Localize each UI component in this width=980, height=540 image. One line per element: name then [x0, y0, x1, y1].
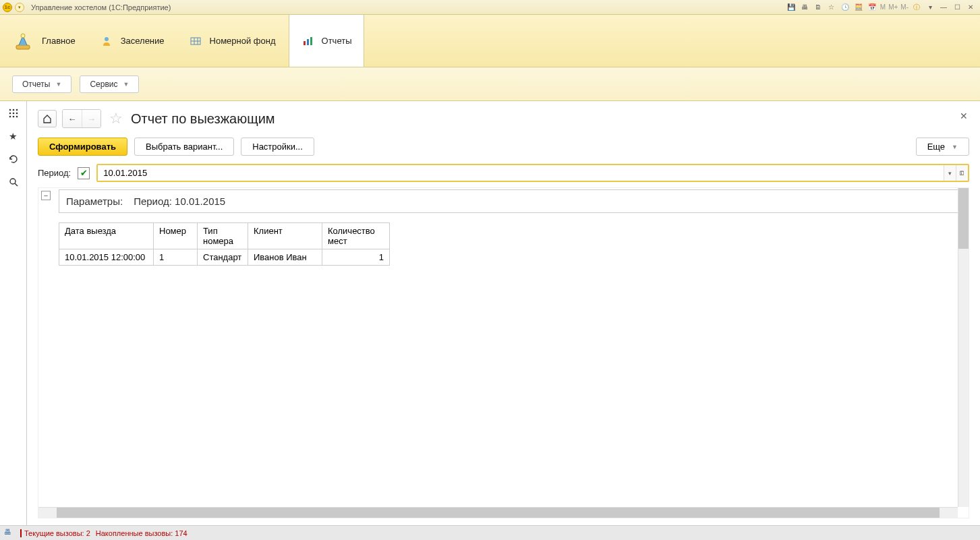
nav-label: Главное — [42, 36, 76, 46]
cell-type: Стандарт — [198, 249, 248, 266]
col-room-type: Тип номера — [198, 223, 248, 249]
col-number: Номер — [154, 223, 198, 249]
period-label: Период: — [38, 168, 71, 178]
memory-mplus-label: M+ — [887, 3, 899, 11]
cell-client: Иванов Иван — [248, 249, 322, 266]
close-page-icon[interactable]: ✕ — [960, 111, 968, 121]
collapse-handle-icon[interactable]: − — [41, 191, 51, 200]
svg-point-16 — [9, 116, 11, 118]
cell-places: 1 — [322, 249, 390, 266]
reports-dropdown-button[interactable]: Отчеты ▼ — [12, 76, 71, 93]
nav-item-checkin[interactable]: Заселение — [88, 15, 177, 67]
period-input[interactable] — [98, 165, 944, 181]
report-params-box: Параметры: Период: 10.01.2015 — [59, 189, 967, 213]
nav-label: Номерной фонд — [210, 36, 276, 46]
forward-button[interactable]: → — [82, 110, 100, 127]
nav-back-forward: ← → — [62, 109, 101, 128]
col-places: Количество мест — [322, 223, 390, 249]
more-button[interactable]: Еще ▼ — [916, 138, 969, 156]
svg-point-2 — [105, 37, 109, 41]
vertical-scrollbar[interactable] — [958, 188, 969, 507]
maximize-icon[interactable]: ☐ — [951, 2, 963, 13]
window-title: Управление хостелом (1С:Предприятие) — [31, 3, 171, 11]
chevron-down-icon: ▼ — [123, 81, 129, 88]
page-title: Отчет по выезжающим — [131, 111, 275, 127]
nav-label: Заселение — [121, 36, 165, 46]
favorite-icon[interactable]: ☆ — [826, 2, 838, 13]
info-icon[interactable]: ⓘ — [911, 2, 923, 13]
favorite-page-icon[interactable]: ☆ — [109, 110, 123, 127]
sub-toolbar: Отчеты ▼ Сервис ▼ — [0, 67, 980, 101]
choose-variant-button[interactable]: Выбрать вариант... — [134, 138, 234, 156]
left-rail: ★ — [0, 101, 27, 525]
svg-point-15 — [16, 113, 18, 115]
nav-item-main[interactable]: Главное — [0, 15, 88, 67]
save-icon[interactable]: 💾 — [785, 2, 797, 13]
back-button[interactable]: ← — [63, 110, 82, 127]
info-dropdown-icon[interactable]: ▾ — [924, 2, 936, 13]
person-icon — [100, 35, 113, 47]
settings-button[interactable]: Настройки... — [241, 138, 314, 156]
nav-label: Отчеты — [322, 36, 352, 46]
svg-rect-9 — [310, 37, 312, 45]
svg-rect-0 — [16, 45, 30, 49]
lamp-icon — [12, 30, 34, 52]
svg-rect-7 — [304, 41, 306, 45]
printer-status-icon: 🖶 — [4, 528, 15, 539]
history-rail-icon[interactable] — [8, 154, 19, 164]
grid-icon — [190, 35, 202, 47]
horizontal-scrollbar[interactable] — [38, 507, 958, 518]
period-calendar-icon[interactable]: 🗓 — [956, 165, 968, 181]
home-button[interactable] — [38, 110, 57, 127]
app-logo-icon: 1c — [3, 3, 12, 12]
print-icon[interactable]: 🖶 — [799, 2, 811, 13]
svg-point-1 — [21, 34, 25, 38]
calculator-icon[interactable]: 🧮 — [853, 2, 865, 13]
content-area: ✕ ← → ☆ Отчет по выезжающим Сформировать… — [27, 101, 980, 525]
table-row[interactable]: 10.01.2015 12:00:00 1 Стандарт Иванов Ив… — [59, 249, 390, 266]
generate-button[interactable]: Сформировать — [38, 138, 127, 156]
col-departure-date: Дата выезда — [59, 223, 154, 249]
period-dropdown-icon[interactable]: ▾ — [944, 165, 956, 181]
button-label: Еще — [927, 142, 945, 152]
params-value: Период: 10.01.2015 — [134, 196, 225, 207]
table-header-row: Дата выезда Номер Тип номера Клиент Коли… — [59, 223, 390, 249]
nav-item-rooms[interactable]: Номерной фонд — [177, 15, 289, 67]
preview-icon[interactable]: 🗎 — [812, 2, 824, 13]
status-accum-calls: Накопленные вызовы: 174 — [96, 529, 188, 537]
chevron-down-icon: ▼ — [55, 81, 61, 88]
chevron-down-icon: ▼ — [952, 144, 958, 150]
minimize-icon[interactable]: — — [938, 2, 950, 13]
svg-point-19 — [10, 179, 16, 184]
close-window-icon[interactable]: ✕ — [964, 2, 977, 13]
service-dropdown-button[interactable]: Сервис ▼ — [80, 76, 139, 93]
search-rail-icon[interactable] — [8, 177, 19, 187]
memory-m-label: M — [879, 3, 887, 11]
titlebar: 1c ▾ Управление хостелом (1С:Предприятие… — [0, 0, 980, 15]
button-label: Отчеты — [22, 80, 50, 89]
star-icon[interactable]: ★ — [8, 131, 19, 142]
period-input-wrap: ▾ 🗓 — [96, 164, 969, 182]
history-icon[interactable]: 🕓 — [839, 2, 851, 13]
svg-point-18 — [16, 116, 18, 118]
calendar-icon[interactable]: 📅 — [866, 2, 878, 13]
cell-date: 10.01.2015 12:00:00 — [59, 249, 154, 266]
svg-point-12 — [16, 109, 18, 111]
app-menu-dropdown[interactable]: ▾ — [15, 3, 24, 12]
cell-number: 1 — [154, 249, 198, 266]
status-bar: 🖶 Текущие вызовы: 2 Накопленные вызовы: … — [0, 525, 980, 540]
memory-mminus-label: M- — [899, 3, 910, 11]
col-client: Клиент — [248, 223, 322, 249]
svg-point-17 — [12, 116, 14, 118]
report-table: Дата выезда Номер Тип номера Клиент Коли… — [59, 222, 390, 266]
apps-grid-icon[interactable] — [8, 108, 19, 119]
svg-point-13 — [9, 113, 11, 115]
svg-point-10 — [9, 109, 11, 111]
params-label: Параметры: — [66, 196, 123, 207]
svg-point-14 — [12, 113, 14, 115]
svg-line-20 — [15, 183, 18, 186]
chart-icon — [301, 35, 314, 47]
nav-item-reports[interactable]: Отчеты — [289, 15, 365, 67]
period-checkbox[interactable]: ✔ — [78, 167, 90, 179]
svg-point-11 — [12, 109, 14, 111]
